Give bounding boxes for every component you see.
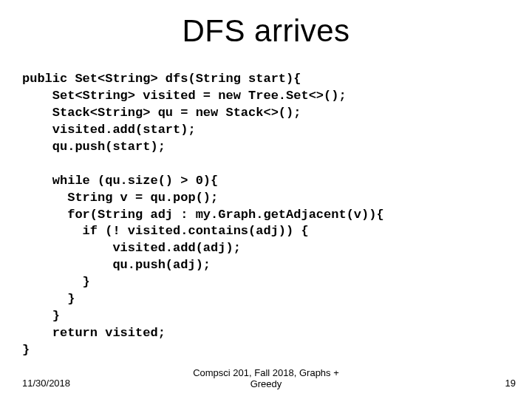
code-line: visited.add(adj);	[22, 241, 241, 255]
code-block: public Set<String> dfs(String start){ Se…	[22, 71, 384, 359]
code-line: if (! visited.contains(adj)) {	[22, 224, 309, 238]
code-line: }	[22, 309, 60, 323]
code-line: }	[22, 292, 75, 306]
code-line: for(String adj : my.Graph.getAdjacent(v)…	[22, 208, 384, 222]
slide-title: DFS arrives	[0, 13, 532, 49]
code-line: }	[22, 275, 90, 289]
slide: DFS arrives public Set<String> dfs(Strin…	[0, 0, 532, 399]
code-line: }	[22, 343, 30, 357]
code-line: while (qu.size() > 0){	[22, 174, 218, 188]
page-number: 19	[505, 378, 516, 389]
code-line: qu.push(start);	[22, 140, 166, 154]
code-line: return visited;	[22, 326, 166, 340]
code-line: qu.push(adj);	[22, 258, 211, 272]
code-line: Stack<String> qu = new Stack<>();	[22, 106, 301, 120]
code-line: public Set<String> dfs(String start){	[22, 72, 301, 86]
code-line: Set<String> visited = new Tree.Set<>();	[22, 89, 347, 103]
code-line: String v = qu.pop();	[22, 191, 218, 205]
footer-center: Compsci 201, Fall 2018, Graphs + Greedy	[0, 367, 532, 390]
code-line: visited.add(start);	[22, 123, 196, 137]
footer-center-line1: Compsci 201, Fall 2018, Graphs +	[193, 367, 339, 378]
footer-center-line2: Greedy	[250, 378, 282, 389]
